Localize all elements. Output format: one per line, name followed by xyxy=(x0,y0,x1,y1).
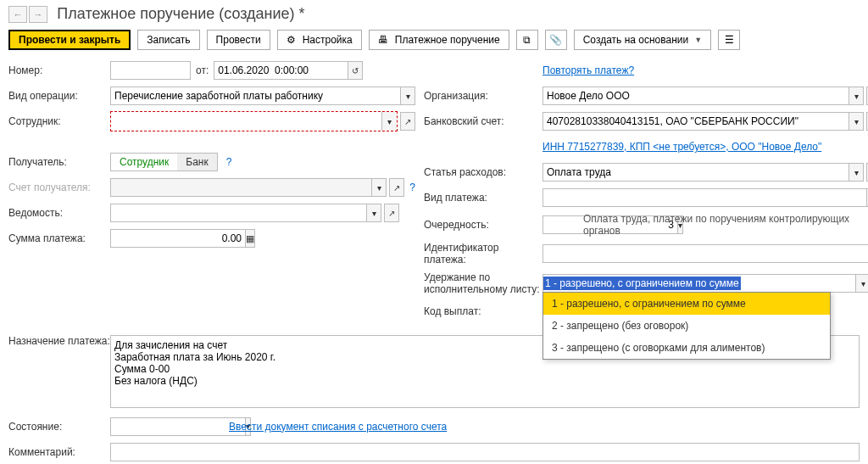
priority-label: Очередность: xyxy=(424,219,542,231)
recipient-toggle: Сотрудник Банк xyxy=(110,153,218,171)
vedomost-open-button[interactable]: ↗ xyxy=(384,204,399,222)
help-icon[interactable]: ? xyxy=(409,182,415,193)
pay-type-label: Вид платежа: xyxy=(424,192,542,204)
recipient-acct-input xyxy=(110,178,371,197)
dropdown-option-2[interactable]: 2 - запрещено (без оговорок) xyxy=(543,315,830,337)
state-input[interactable] xyxy=(110,417,245,436)
op-type-label: Вид операции: xyxy=(8,90,110,102)
inn-kpp-link[interactable]: ИНН 7715277839, КПП <не требуется>, ООО … xyxy=(542,141,821,153)
employee-open-button[interactable]: ↗ xyxy=(400,112,415,131)
page-title: Платежное поручение (создание) * xyxy=(57,5,304,23)
comment-label: Комментарий: xyxy=(8,446,110,458)
help-icon[interactable]: ? xyxy=(226,156,232,168)
number-label: Номер: xyxy=(8,64,110,76)
chevron-down-icon[interactable]: ▾ xyxy=(855,274,868,293)
chevron-down-icon[interactable]: ▾ xyxy=(366,204,381,222)
dropdown-option-1[interactable]: 1 - разрешено, с ограничением по сумме xyxy=(543,293,830,315)
nav-back[interactable]: ← xyxy=(8,6,27,23)
more-button[interactable]: ☰ xyxy=(718,30,740,50)
toggle-bank[interactable]: Банк xyxy=(177,154,216,171)
attachments-button[interactable]: ⧉ xyxy=(516,30,538,50)
printer-icon xyxy=(378,34,392,46)
vedomost-input[interactable] xyxy=(110,204,366,222)
settings-button[interactable]: Настройка xyxy=(277,30,362,50)
expense-label: Статья расходов: xyxy=(424,166,542,178)
chevron-down-icon[interactable]: ▾ xyxy=(849,87,864,105)
withhold-label: Удержание по исполнительному листу: xyxy=(424,271,542,296)
repeat-payment-link[interactable]: Повторять платеж? xyxy=(542,64,634,76)
bank-acct-input[interactable] xyxy=(542,112,849,131)
date-ext-button[interactable]: ↺ xyxy=(348,61,363,80)
priority-text: Оплата труда, платежи по поручениям конт… xyxy=(583,213,868,237)
withhold-value: 1 - разрешено, с ограничением по сумме xyxy=(543,277,741,290)
recipient-label: Получатель: xyxy=(8,156,110,168)
calc-icon[interactable]: ▦ xyxy=(245,229,255,248)
post-close-button[interactable]: Провести и закрыть xyxy=(8,30,131,50)
pay-id-input[interactable] xyxy=(542,244,868,263)
from-label: от: xyxy=(196,64,209,76)
org-input[interactable] xyxy=(542,87,849,105)
enter-writeoff-doc-link[interactable]: Ввести документ списания с расчетного сч… xyxy=(229,421,447,433)
employee-input[interactable] xyxy=(111,112,381,131)
chevron-down-icon: ▼ xyxy=(694,36,702,44)
purpose-label: Назначение платежа: xyxy=(8,335,110,349)
org-label: Организация: xyxy=(424,90,542,102)
toolbar: Провести и закрыть Записать Провести Нас… xyxy=(8,30,860,50)
chevron-down-icon[interactable]: ▾ xyxy=(849,163,864,182)
dropdown-option-3[interactable]: 3 - запрещено (с оговорками для алименто… xyxy=(543,337,830,359)
nav-forward[interactable]: → xyxy=(29,6,47,23)
clip-button[interactable]: 📎 xyxy=(545,30,567,50)
expense-input[interactable] xyxy=(542,163,849,182)
vedomost-label: Ведомость: xyxy=(8,207,110,219)
chevron-down-icon: ▾ xyxy=(371,178,387,197)
print-button[interactable]: Платежное поручение xyxy=(369,30,509,50)
save-button[interactable]: Записать xyxy=(137,30,199,50)
gear-icon xyxy=(287,34,299,46)
pay-id-label: Идентификатор платежа: xyxy=(424,242,542,266)
comment-input[interactable] xyxy=(110,443,860,461)
recipient-acct-label: Счет получателя: xyxy=(8,182,110,193)
op-type-select[interactable] xyxy=(110,87,400,105)
chevron-down-icon[interactable]: ▾ xyxy=(381,112,397,131)
date-input[interactable] xyxy=(214,61,348,80)
pay-type-input[interactable] xyxy=(542,188,866,207)
chevron-down-icon[interactable]: ▾ xyxy=(400,87,415,105)
post-button[interactable]: Провести xyxy=(207,30,270,50)
chevron-down-icon[interactable]: ▾ xyxy=(849,112,864,131)
bank-acct-label: Банковский счет: xyxy=(424,115,542,127)
amount-label: Сумма платежа: xyxy=(8,232,110,244)
state-label: Состояние: xyxy=(8,421,110,433)
toggle-employee[interactable]: Сотрудник xyxy=(111,154,177,171)
employee-label: Сотрудник: xyxy=(8,115,110,127)
create-based-button[interactable]: Создать на основании▼ xyxy=(574,30,711,50)
number-input[interactable] xyxy=(110,61,191,80)
amount-input[interactable] xyxy=(110,229,245,248)
withhold-dropdown: 1 - разрешено, с ограничением по сумме 2… xyxy=(542,292,831,360)
acct-open-button[interactable]: ↗ xyxy=(389,178,404,197)
payout-code-label: Код выплат: xyxy=(424,305,542,317)
withhold-select[interactable]: 1 - разрешено, с ограничением по сумме xyxy=(542,274,855,293)
